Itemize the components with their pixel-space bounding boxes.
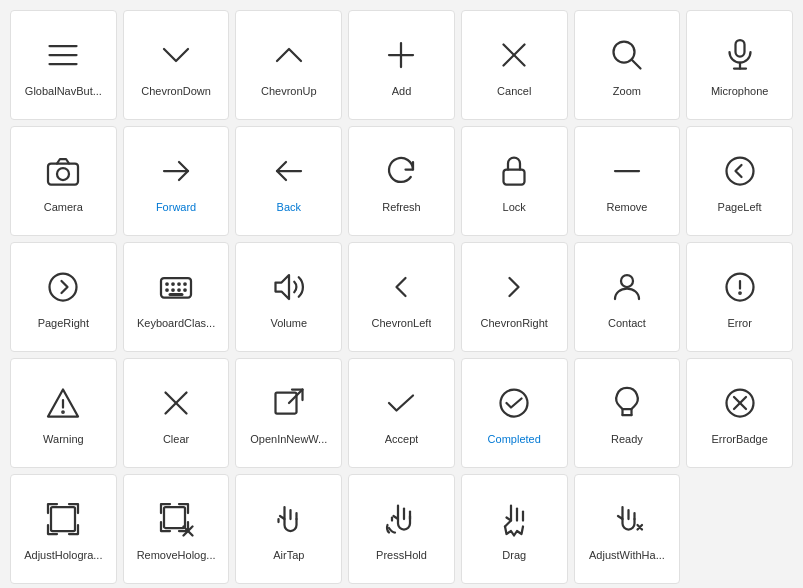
microphone-label: Microphone (711, 85, 768, 98)
icon-cell-error-badge[interactable]: ErrorBadge (686, 358, 793, 468)
press-hold-icon (381, 499, 421, 539)
svg-point-37 (63, 412, 65, 414)
contact-label: Contact (608, 317, 646, 330)
icon-cell-completed[interactable]: Completed (461, 358, 568, 468)
chevron-up-icon (269, 35, 309, 75)
icon-cell-remove-holo[interactable]: RemoveHolog... (123, 474, 230, 584)
icon-cell-camera[interactable]: Camera (10, 126, 117, 236)
error-icon (720, 267, 760, 307)
icon-cell-forward[interactable]: Forward (123, 126, 230, 236)
warning-label: Warning (43, 433, 84, 446)
svg-rect-50 (164, 507, 185, 528)
icon-cell-adjust-holo[interactable]: AdjustHologra... (10, 474, 117, 584)
svg-rect-9 (735, 40, 744, 57)
press-hold-label: PressHold (376, 549, 427, 562)
add-label: Add (392, 85, 412, 98)
svg-point-42 (501, 390, 528, 417)
chevron-down-icon (156, 35, 196, 75)
icon-cell-air-tap[interactable]: AirTap (235, 474, 342, 584)
icon-cell-chevron-right[interactable]: ChevronRight (461, 242, 568, 352)
ready-label: Ready (611, 433, 643, 446)
icon-cell-zoom[interactable]: Zoom (574, 10, 681, 120)
icon-cell-microphone[interactable]: Microphone (686, 10, 793, 120)
accept-icon (381, 383, 421, 423)
refresh-icon (381, 151, 421, 191)
volume-icon (269, 267, 309, 307)
icon-cell-adjust-hand[interactable]: AdjustWithHa... (574, 474, 681, 584)
icon-cell-cancel[interactable]: Cancel (461, 10, 568, 120)
chevron-right-label: ChevronRight (481, 317, 548, 330)
icon-cell-keyboard[interactable]: KeyboardClas... (123, 242, 230, 352)
volume-label: Volume (270, 317, 307, 330)
air-tap-label: AirTap (273, 549, 304, 562)
svg-point-13 (57, 168, 69, 180)
keyboard-icon (156, 267, 196, 307)
icon-cell-chevron-down[interactable]: ChevronDown (123, 10, 230, 120)
chevron-up-label: ChevronUp (261, 85, 317, 98)
icon-cell-ready[interactable]: Ready (574, 358, 681, 468)
air-tap-icon (269, 499, 309, 539)
cancel-label: Cancel (497, 85, 531, 98)
icon-cell-contact[interactable]: Contact (574, 242, 681, 352)
page-left-label: PageLeft (718, 201, 762, 214)
warning-icon (43, 383, 83, 423)
remove-label: Remove (606, 201, 647, 214)
add-icon (381, 35, 421, 75)
icon-grid: GlobalNavBut...ChevronDownChevronUpAddCa… (10, 10, 793, 584)
adjust-hand-icon (607, 499, 647, 539)
icon-cell-error[interactable]: Error (686, 242, 793, 352)
icon-cell-remove[interactable]: Remove (574, 126, 681, 236)
clear-icon (156, 383, 196, 423)
back-label: Back (277, 201, 301, 214)
page-right-label: PageRight (38, 317, 89, 330)
icon-cell-add[interactable]: Add (348, 10, 455, 120)
forward-label: Forward (156, 201, 196, 214)
back-icon (269, 151, 309, 191)
icon-cell-refresh[interactable]: Refresh (348, 126, 455, 236)
icon-cell-page-right[interactable]: PageRight (10, 242, 117, 352)
svg-rect-16 (504, 170, 525, 185)
svg-point-34 (739, 293, 741, 295)
icon-cell-warning[interactable]: Warning (10, 358, 117, 468)
icon-cell-chevron-left[interactable]: ChevronLeft (348, 242, 455, 352)
icon-cell-lock[interactable]: Lock (461, 126, 568, 236)
completed-icon (494, 383, 534, 423)
icon-cell-hamburger[interactable]: GlobalNavBut... (10, 10, 117, 120)
icon-cell-back[interactable]: Back (235, 126, 342, 236)
chevron-down-label: ChevronDown (141, 85, 211, 98)
chevron-left-label: ChevronLeft (372, 317, 432, 330)
icon-cell-drag[interactable]: Drag (461, 474, 568, 584)
adjust-holo-icon (43, 499, 83, 539)
cancel-icon (494, 35, 534, 75)
refresh-label: Refresh (382, 201, 421, 214)
page-right-icon (43, 267, 83, 307)
icon-cell-clear[interactable]: Clear (123, 358, 230, 468)
icon-cell-chevron-up[interactable]: ChevronUp (235, 10, 342, 120)
svg-point-19 (50, 274, 77, 301)
camera-icon (43, 151, 83, 191)
zoom-label: Zoom (613, 85, 641, 98)
remove-holo-icon (156, 499, 196, 539)
completed-label: Completed (488, 433, 541, 446)
contact-icon (607, 267, 647, 307)
svg-rect-49 (51, 507, 75, 531)
icon-cell-accept[interactable]: Accept (348, 358, 455, 468)
accept-label: Accept (385, 433, 419, 446)
drag-label: Drag (502, 549, 526, 562)
svg-point-31 (621, 275, 633, 287)
icon-cell-press-hold[interactable]: PressHold (348, 474, 455, 584)
hamburger-label: GlobalNavBut... (25, 85, 102, 98)
svg-rect-12 (48, 164, 78, 185)
svg-marker-30 (275, 275, 289, 299)
open-new-icon (269, 383, 309, 423)
icon-cell-volume[interactable]: Volume (235, 242, 342, 352)
open-new-label: OpenInNewW... (250, 433, 327, 446)
microphone-icon (720, 35, 760, 75)
drag-icon (494, 499, 534, 539)
icon-cell-page-left[interactable]: PageLeft (686, 126, 793, 236)
ready-icon (607, 383, 647, 423)
svg-rect-40 (275, 393, 296, 414)
icon-cell-open-new[interactable]: OpenInNewW... (235, 358, 342, 468)
zoom-icon (607, 35, 647, 75)
clear-label: Clear (163, 433, 189, 446)
